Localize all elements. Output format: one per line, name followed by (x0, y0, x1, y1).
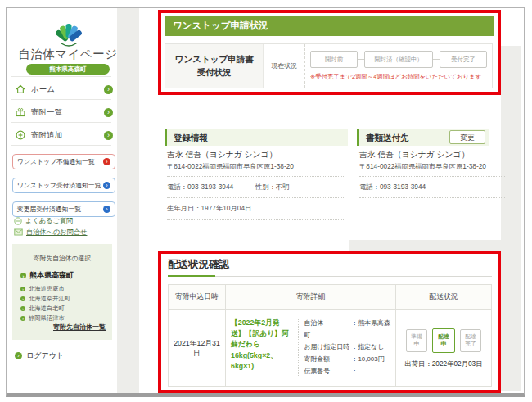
onestop-status-table: ワンストップ申請書 受付状況 現在状況 開封前 開封済（確認中） 受付完了 ※受… (165, 43, 493, 88)
registration-birthday: 生年月日：1977年10月04日 (167, 204, 251, 213)
faq-link[interactable]: よくあるご質問 (14, 216, 73, 225)
chevron-right-icon: › (20, 316, 25, 321)
detail-value: ： (352, 368, 358, 375)
column-header-date: 寄附申込日時 (169, 285, 226, 309)
onestop-note: ※受付完了まで2週間～4週間ほどお時間をいただいております (310, 73, 487, 81)
step-preparing: 準備 中 (406, 329, 427, 352)
step-label: 準備 (411, 333, 422, 341)
chevron-right-icon: › (15, 352, 22, 359)
step-label: 配達 (465, 333, 476, 341)
shipping-table-header: 寄附申込日時 寄附詳細 配送状況 (169, 285, 491, 310)
link-label: よくあるご質問 (25, 216, 73, 225)
sidebar-gutter (117, 8, 139, 393)
detail-key: 自治体 (304, 318, 352, 330)
municipality-item[interactable]: › 北海道奈井江町 (20, 295, 70, 303)
divider (11, 99, 111, 100)
gift-icon (15, 106, 26, 118)
registration-address: 〒814-0022福岡県福岡市早良区原1-38-20 (167, 162, 294, 171)
change-accepted-notice-button[interactable]: 変更届受付済通知一覧 › (12, 201, 115, 217)
column-header-status: 配送状況 (396, 285, 491, 309)
plus-circle-icon (15, 129, 26, 141)
onestop-defect-notice-button[interactable]: ワンストップ不備通知一覧 › (12, 154, 115, 169)
send-to-name: 吉永 信吾（ヨシナガ シンゴ） (359, 150, 469, 160)
chevron-right-icon: › (103, 182, 110, 189)
step-label: 配達 (438, 333, 449, 341)
municipality-selection-box: 寄附先自治体の選択 › 熊本県高森町 › 北海道恵庭市 › 北海道奈井江町 › … (12, 244, 112, 340)
detail-key: お届け指定日時 (304, 341, 352, 354)
onestop-accepted-notice-button[interactable]: ワンストップ受付済通知一覧 › (12, 178, 115, 193)
step-label: 中 (441, 341, 447, 348)
onestop-row-label-line2: 受付状況 (197, 66, 232, 79)
shipped-date: 出荷日：2022年02月03日 (405, 359, 483, 368)
shipping-section-title: 配送状況確認 (168, 258, 229, 272)
detail-value: ：指定なし (352, 343, 385, 350)
chevron-right-icon: › (103, 206, 110, 213)
donation-date: 2021年12月31日 (169, 339, 225, 359)
municipality-item[interactable]: › 北海道白老町 (20, 305, 65, 313)
sidebar-item-label: 寄附一覧 (31, 107, 62, 118)
link-label: 自治体へのお問合せ (26, 228, 87, 237)
divider (167, 197, 345, 198)
shipping-table: 寄附申込日時 寄附詳細 配送状況 2021年12月31日 【2022年2月発送】… (168, 284, 492, 387)
step-accepted: 受付完了 (440, 51, 487, 68)
detail-value: ：10,003円 (352, 355, 385, 363)
step-connector (358, 59, 364, 60)
municipality-label: 北海道恵庭市 (29, 285, 65, 293)
step-delivered: 配達 完了 (460, 329, 481, 352)
step-label: 中 (414, 341, 420, 348)
step-delivering-active: 配達 中 (432, 328, 455, 353)
municipality-item[interactable]: › 北海道恵庭市 (20, 285, 65, 293)
contact-link[interactable]: 自治体へのお問合せ (14, 228, 87, 237)
step-before-opening: 開封前 (310, 51, 358, 68)
right-margin (501, 46, 521, 391)
detail-key: 伝票番号 (304, 366, 352, 378)
onestop-steps-area: 開封前 開封済（確認中） 受付完了 ※受付完了まで2週間～4週間ほどお時間をいた… (305, 44, 492, 88)
divider (167, 219, 345, 220)
divider (11, 145, 111, 146)
step-connector (433, 59, 440, 60)
sidebar-item-donation-list[interactable]: 寄附一覧 › (15, 105, 113, 120)
section-gap (349, 240, 501, 251)
app-title: 自治体マイページ (11, 47, 124, 62)
send-to-address: 〒814-0022福岡県福岡市早良区原1-38-20 (359, 162, 486, 171)
registration-info-header: 登録情報 (165, 129, 348, 146)
municipality-list-link[interactable]: 寄附先自治体一覧 (53, 323, 106, 332)
send-to-phone: 電話：093-3193-3944 (359, 183, 426, 192)
divider (359, 176, 505, 177)
logo-icon (49, 20, 88, 47)
current-status-label: 現在状況 (264, 44, 305, 88)
mail-icon (14, 228, 23, 236)
chevron-right-icon: › (104, 85, 113, 94)
button-label: 変更届受付済通知一覧 (17, 205, 103, 214)
sidebar-item-home[interactable]: ホーム › (15, 82, 113, 97)
logout-button[interactable]: › ログアウト (15, 350, 64, 361)
divider (11, 76, 111, 77)
municipality-label: 静岡県沼津市 (29, 314, 65, 323)
chevron-right-icon: › (104, 108, 113, 117)
divider (359, 197, 505, 198)
chevron-right-icon: › (20, 296, 25, 301)
chevron-right-icon: › (104, 131, 113, 140)
onestop-row-label-line1: ワンストップ申請書 (175, 53, 254, 66)
municipality-label: 熊本県高森町 (29, 270, 74, 281)
chevron-right-icon: › (20, 306, 25, 311)
municipality-label: 北海道奈井江町 (29, 295, 70, 303)
product-link[interactable]: 【2022年2月発送】【訳あり】阿蘇だわら 16kg(5kg×2、6kg×1) (231, 318, 292, 377)
onestop-status-header: ワンストップ申請状況 (165, 16, 494, 36)
municipality-box-title: 寄附先自治体の選択 (12, 254, 112, 263)
home-icon (15, 84, 26, 95)
step-label: 完了 (465, 341, 476, 348)
municipality-item[interactable]: › 静岡県沼津市 (20, 314, 65, 323)
divider (168, 276, 492, 277)
step-opened-checking: 開封済（確認中） (364, 51, 433, 68)
sidebar-item-add-donation[interactable]: 寄附追加 › (15, 128, 113, 142)
button-label: ワンストップ不備通知一覧 (17, 157, 103, 166)
donation-detail-list: 自治体：熊本県高森町 お届け指定日時：指定なし 寄附金額：10,003円 伝票番… (304, 318, 390, 377)
donation-date-cell: 2021年12月31日 (169, 310, 226, 386)
municipality-selected[interactable]: › 熊本県高森町 (20, 270, 74, 281)
registration-phone: 電話：093-3193-3944 (167, 183, 233, 192)
sidebar-item-label: 寄附追加 (31, 130, 62, 141)
change-address-button[interactable]: 変更 (449, 130, 485, 144)
divider (167, 176, 345, 177)
donation-detail-cell: 【2022年2月発送】【訳あり】阿蘇だわら 16kg(5kg×2、6kg×1) … (226, 310, 396, 386)
